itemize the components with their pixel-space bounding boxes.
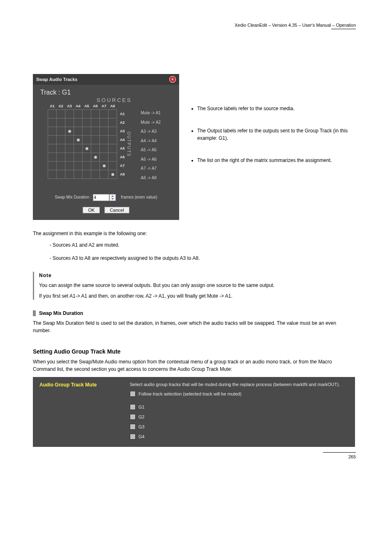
mute-panel-body: Select audio group tracks that will be m… bbox=[130, 382, 348, 439]
cell[interactable] bbox=[65, 162, 74, 170]
cell[interactable] bbox=[83, 110, 91, 118]
routing-dot-icon[interactable] bbox=[103, 164, 106, 167]
cell[interactable] bbox=[108, 170, 117, 179]
cell[interactable] bbox=[74, 136, 83, 144]
swap-duration-text: The Swap Mix Duration field is used to s… bbox=[33, 319, 355, 334]
cell[interactable] bbox=[100, 153, 108, 162]
cell[interactable] bbox=[74, 162, 83, 170]
ok-button[interactable]: OK bbox=[83, 207, 100, 213]
cell[interactable] bbox=[100, 162, 108, 170]
g1-checkbox[interactable] bbox=[130, 404, 136, 410]
cell[interactable] bbox=[48, 118, 57, 127]
routing-dot-icon[interactable] bbox=[85, 147, 88, 150]
g3-checkbox[interactable] bbox=[130, 424, 136, 430]
dialog-titlebar: Swap Audio Tracks × bbox=[33, 74, 179, 85]
cell[interactable] bbox=[57, 118, 65, 127]
cell[interactable] bbox=[48, 110, 57, 118]
cell[interactable] bbox=[57, 153, 65, 162]
cell[interactable] bbox=[65, 136, 74, 144]
swap-duration-row: Swap Mix Duration : 4 frames (even value… bbox=[33, 183, 179, 204]
routing-dot-icon[interactable] bbox=[77, 139, 80, 141]
cell[interactable] bbox=[83, 170, 91, 179]
cell[interactable] bbox=[48, 170, 57, 179]
swap-duration-input[interactable]: 4 bbox=[93, 194, 109, 201]
cell[interactable] bbox=[83, 144, 91, 153]
cell[interactable] bbox=[65, 110, 74, 118]
mapping-line: A7 -> A7 bbox=[141, 164, 161, 173]
src-col-A5: A5 bbox=[83, 104, 91, 110]
mapping-summary: Mute -> A1 Mute -> A2 A3 -> A3 A4 -> A4 … bbox=[131, 104, 161, 183]
cell[interactable] bbox=[83, 127, 91, 136]
cell[interactable] bbox=[91, 144, 100, 153]
cell[interactable] bbox=[83, 118, 91, 127]
cell[interactable] bbox=[57, 144, 65, 153]
cell[interactable] bbox=[100, 118, 108, 127]
cell[interactable] bbox=[74, 127, 83, 136]
cell[interactable] bbox=[48, 127, 57, 136]
cell[interactable] bbox=[100, 110, 108, 118]
cell[interactable] bbox=[91, 136, 100, 144]
cell[interactable] bbox=[48, 153, 57, 162]
close-icon[interactable]: × bbox=[169, 76, 176, 83]
cell[interactable] bbox=[108, 144, 117, 153]
cell[interactable] bbox=[91, 170, 100, 179]
cell[interactable] bbox=[91, 118, 100, 127]
follow-selection-checkbox[interactable] bbox=[130, 391, 136, 397]
cell[interactable] bbox=[74, 170, 83, 179]
cell[interactable] bbox=[83, 162, 91, 170]
cell[interactable] bbox=[48, 162, 57, 170]
cell[interactable] bbox=[74, 110, 83, 118]
cell[interactable] bbox=[108, 162, 117, 170]
src-col-A7: A7 bbox=[100, 104, 108, 110]
cell[interactable] bbox=[91, 110, 100, 118]
cell[interactable] bbox=[100, 136, 108, 144]
cell[interactable] bbox=[100, 127, 108, 136]
cell[interactable] bbox=[83, 153, 91, 162]
cell[interactable] bbox=[48, 136, 57, 144]
cell[interactable] bbox=[57, 136, 65, 144]
cell[interactable] bbox=[74, 118, 83, 127]
mapping-line: Mute -> A2 bbox=[141, 118, 161, 127]
cell[interactable] bbox=[108, 118, 117, 127]
cell[interactable] bbox=[74, 153, 83, 162]
cell[interactable] bbox=[91, 127, 100, 136]
src-col-A1: A1 bbox=[48, 104, 57, 110]
routing-dot-icon[interactable] bbox=[111, 173, 114, 176]
cell[interactable] bbox=[48, 144, 57, 153]
routing-dot-icon[interactable] bbox=[94, 156, 97, 159]
mapping-line: Mute -> A1 bbox=[141, 109, 161, 118]
mapping-line: A3 -> A3 bbox=[141, 127, 161, 136]
src-col-A2: A2 bbox=[57, 104, 65, 110]
dialog-button-row: OK Cancel bbox=[33, 204, 179, 220]
out-A4: A4 bbox=[117, 136, 125, 144]
bullet-summary: The list on the right of the matrix summ… bbox=[197, 157, 355, 164]
cell[interactable] bbox=[65, 118, 74, 127]
cell[interactable] bbox=[108, 110, 117, 118]
cell[interactable] bbox=[74, 144, 83, 153]
cell[interactable] bbox=[108, 136, 117, 144]
cancel-button[interactable]: Cancel bbox=[104, 207, 129, 213]
cell[interactable] bbox=[83, 136, 91, 144]
note-box: Note You can assign the same source to s… bbox=[33, 272, 355, 300]
document-page: Xedio CleanEdit – Version 4.35 – User's … bbox=[0, 0, 392, 476]
src-col-A3: A3 bbox=[65, 104, 74, 110]
g2-checkbox[interactable] bbox=[130, 414, 136, 420]
outputs-header: OUTPUTS bbox=[125, 110, 131, 179]
cell[interactable] bbox=[100, 170, 108, 179]
cell[interactable] bbox=[91, 153, 100, 162]
spinner-arrows-icon[interactable] bbox=[109, 194, 116, 201]
routing-dot-icon[interactable] bbox=[68, 130, 71, 133]
cell[interactable] bbox=[57, 110, 65, 118]
g4-checkbox[interactable] bbox=[130, 434, 136, 439]
cell[interactable] bbox=[65, 170, 74, 179]
cell[interactable] bbox=[65, 127, 74, 136]
cell[interactable] bbox=[65, 144, 74, 153]
cell[interactable] bbox=[108, 153, 117, 162]
cell[interactable] bbox=[108, 127, 117, 136]
cell[interactable] bbox=[57, 170, 65, 179]
cell[interactable] bbox=[57, 127, 65, 136]
cell[interactable] bbox=[100, 144, 108, 153]
cell[interactable] bbox=[57, 162, 65, 170]
cell[interactable] bbox=[91, 162, 100, 170]
cell[interactable] bbox=[65, 153, 74, 162]
